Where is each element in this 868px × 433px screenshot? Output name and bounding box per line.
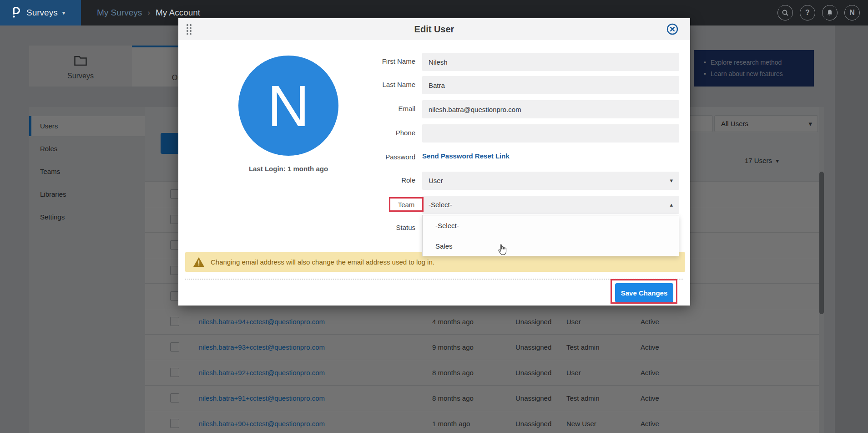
product-name: Surveys bbox=[26, 8, 58, 18]
save-button-annotation-box bbox=[611, 279, 677, 304]
modal-title: Edit User bbox=[178, 18, 690, 40]
team-dropdown-panel: -Select- Sales bbox=[422, 215, 679, 256]
phone-label: Phone bbox=[329, 129, 415, 138]
team-option-sales[interactable]: Sales bbox=[423, 236, 679, 256]
first-name-label: First Name bbox=[329, 57, 415, 66]
close-icon[interactable] bbox=[666, 23, 678, 35]
phone-input[interactable] bbox=[422, 124, 679, 143]
team-label-annotation-box: Team bbox=[389, 197, 424, 212]
role-label: Role bbox=[329, 176, 415, 185]
edit-user-modal: Edit User N Last Login: 1 month ago Firs… bbox=[178, 18, 690, 306]
team-label: Team bbox=[398, 201, 415, 209]
role-select[interactable]: User ▾ bbox=[422, 172, 679, 190]
send-password-reset-link[interactable]: Send Password Reset Link bbox=[422, 152, 510, 160]
team-select[interactable]: -Select- ▴ bbox=[422, 196, 679, 214]
breadcrumb-parent-link[interactable]: My Surveys bbox=[97, 8, 142, 18]
status-label: Status bbox=[329, 224, 415, 233]
product-switcher[interactable]: Surveys ▾ bbox=[0, 0, 81, 25]
chevron-down-icon: ▾ bbox=[62, 10, 66, 16]
chevron-down-icon: ▾ bbox=[670, 172, 673, 190]
last-name-label: Last Name bbox=[329, 81, 415, 90]
email-input[interactable] bbox=[422, 100, 679, 118]
hand-cursor-icon bbox=[497, 244, 507, 257]
search-icon[interactable] bbox=[777, 5, 793, 20]
modal-header: Edit User bbox=[178, 18, 690, 40]
team-option-select[interactable]: -Select- bbox=[423, 215, 679, 236]
first-name-input[interactable] bbox=[422, 53, 679, 71]
warning-triangle-icon bbox=[193, 257, 204, 268]
chevron-up-icon: ▴ bbox=[670, 196, 673, 214]
questionpro-logo-icon bbox=[10, 5, 22, 20]
user-avatar: N bbox=[238, 56, 338, 156]
account-avatar[interactable]: N bbox=[844, 5, 860, 20]
notifications-bell-icon[interactable] bbox=[822, 5, 838, 20]
last-name-input[interactable] bbox=[422, 76, 679, 94]
footer-divider bbox=[185, 279, 683, 280]
help-icon[interactable]: ? bbox=[800, 5, 815, 20]
questionpro-app: Surveys Organization • Explore research … bbox=[0, 0, 868, 433]
breadcrumb-separator: › bbox=[147, 8, 150, 17]
password-label: Password bbox=[329, 153, 415, 162]
last-login-text: Last Login: 1 month ago bbox=[220, 165, 357, 173]
warning-text: Changing email address will also change … bbox=[211, 252, 434, 272]
breadcrumb-current: My Account bbox=[156, 8, 200, 18]
email-label: Email bbox=[329, 105, 415, 114]
